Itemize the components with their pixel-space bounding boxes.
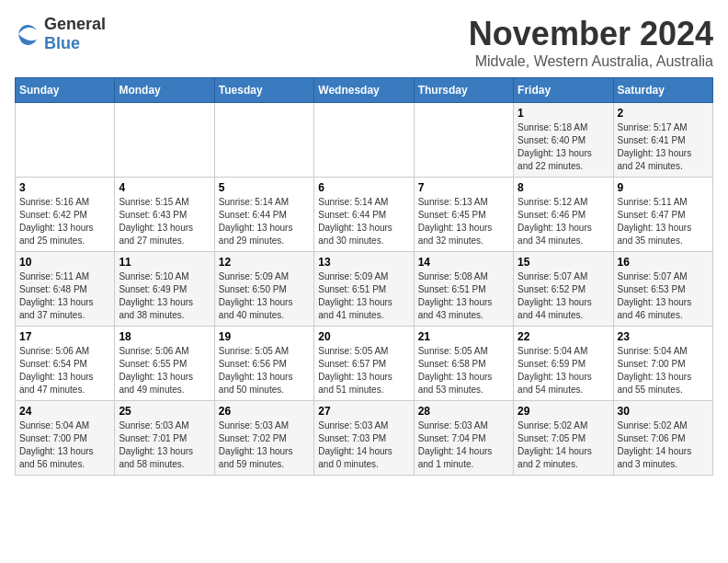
logo: General Blue: [15, 15, 106, 53]
day-info: Sunrise: 5:18 AMSunset: 6:40 PMDaylight:…: [518, 121, 609, 173]
day-info: Sunrise: 5:09 AMSunset: 6:50 PMDaylight:…: [219, 270, 310, 322]
day-number: 11: [119, 256, 210, 269]
day-number: 23: [618, 330, 709, 343]
day-number: 20: [318, 330, 409, 343]
calendar-cell: 17Sunrise: 5:06 AMSunset: 6:54 PMDayligh…: [16, 327, 115, 401]
day-number: 19: [219, 330, 310, 343]
calendar-cell: 22Sunrise: 5:04 AMSunset: 6:59 PMDayligh…: [514, 327, 613, 401]
day-info: Sunrise: 5:07 AMSunset: 6:52 PMDaylight:…: [518, 270, 609, 322]
location-title: Midvale, Western Australia, Australia: [469, 53, 713, 70]
calendar-cell: 6Sunrise: 5:14 AMSunset: 6:44 PMDaylight…: [314, 178, 414, 252]
header-wednesday: Wednesday: [314, 78, 414, 103]
calendar-week-4: 17Sunrise: 5:06 AMSunset: 6:54 PMDayligh…: [16, 327, 713, 401]
calendar-cell: 18Sunrise: 5:06 AMSunset: 6:55 PMDayligh…: [115, 327, 214, 401]
calendar-table: SundayMondayTuesdayWednesdayThursdayFrid…: [15, 77, 713, 476]
day-number: 2: [618, 107, 709, 120]
day-number: 12: [219, 256, 310, 269]
calendar-week-1: 1Sunrise: 5:18 AMSunset: 6:40 PMDaylight…: [16, 103, 713, 178]
day-number: 21: [418, 330, 509, 343]
day-number: 9: [618, 181, 709, 194]
calendar-cell: 1Sunrise: 5:18 AMSunset: 6:40 PMDaylight…: [514, 103, 613, 178]
day-number: 28: [418, 405, 509, 418]
calendar-cell: 11Sunrise: 5:10 AMSunset: 6:49 PMDayligh…: [115, 252, 214, 327]
logo-icon: [15, 21, 40, 47]
day-info: Sunrise: 5:16 AMSunset: 6:42 PMDaylight:…: [19, 196, 110, 247]
day-info: Sunrise: 5:03 AMSunset: 7:04 PMDaylight:…: [418, 419, 509, 471]
day-info: Sunrise: 5:04 AMSunset: 6:59 PMDaylight:…: [518, 345, 609, 396]
day-info: Sunrise: 5:06 AMSunset: 6:55 PMDaylight:…: [119, 345, 210, 396]
calendar-cell: 7Sunrise: 5:13 AMSunset: 6:45 PMDaylight…: [414, 178, 513, 252]
calendar-cell: 12Sunrise: 5:09 AMSunset: 6:50 PMDayligh…: [214, 252, 313, 327]
calendar-cell: 21Sunrise: 5:05 AMSunset: 6:58 PMDayligh…: [414, 327, 513, 401]
calendar-week-3: 10Sunrise: 5:11 AMSunset: 6:48 PMDayligh…: [16, 252, 713, 327]
day-number: 14: [418, 256, 509, 269]
header-monday: Monday: [115, 78, 214, 103]
calendar-cell: [214, 103, 313, 178]
day-info: Sunrise: 5:04 AMSunset: 7:00 PMDaylight:…: [19, 419, 110, 471]
page-header: General Blue November 2024 Midvale, West…: [15, 15, 713, 70]
day-number: 1: [518, 107, 609, 120]
day-number: 24: [19, 405, 110, 418]
calendar-cell: 8Sunrise: 5:12 AMSunset: 6:46 PMDaylight…: [514, 178, 613, 252]
header-friday: Friday: [514, 78, 613, 103]
calendar-cell: 19Sunrise: 5:05 AMSunset: 6:56 PMDayligh…: [214, 327, 313, 401]
header-tuesday: Tuesday: [214, 78, 313, 103]
day-info: Sunrise: 5:11 AMSunset: 6:47 PMDaylight:…: [618, 196, 709, 247]
day-info: Sunrise: 5:03 AMSunset: 7:01 PMDaylight:…: [119, 419, 210, 471]
day-info: Sunrise: 5:07 AMSunset: 6:53 PMDaylight:…: [618, 270, 709, 322]
day-info: Sunrise: 5:02 AMSunset: 7:05 PMDaylight:…: [518, 419, 609, 471]
calendar-week-5: 24Sunrise: 5:04 AMSunset: 7:00 PMDayligh…: [16, 401, 713, 476]
day-number: 30: [618, 405, 709, 418]
calendar-cell: 26Sunrise: 5:03 AMSunset: 7:02 PMDayligh…: [214, 401, 313, 476]
day-number: 17: [19, 330, 110, 343]
calendar-cell: 20Sunrise: 5:05 AMSunset: 6:57 PMDayligh…: [314, 327, 414, 401]
day-info: Sunrise: 5:05 AMSunset: 6:56 PMDaylight:…: [219, 345, 310, 396]
day-number: 29: [518, 405, 609, 418]
calendar-cell: [414, 103, 513, 178]
calendar-cell: 4Sunrise: 5:15 AMSunset: 6:43 PMDaylight…: [115, 178, 214, 252]
day-number: 4: [119, 181, 210, 194]
header-thursday: Thursday: [414, 78, 513, 103]
calendar-cell: 13Sunrise: 5:09 AMSunset: 6:51 PMDayligh…: [314, 252, 414, 327]
calendar-cell: 2Sunrise: 5:17 AMSunset: 6:41 PMDaylight…: [613, 103, 712, 178]
calendar-cell: [16, 103, 115, 178]
calendar-cell: 5Sunrise: 5:14 AMSunset: 6:44 PMDaylight…: [214, 178, 313, 252]
day-info: Sunrise: 5:13 AMSunset: 6:45 PMDaylight:…: [418, 196, 509, 247]
calendar-week-2: 3Sunrise: 5:16 AMSunset: 6:42 PMDaylight…: [16, 178, 713, 252]
day-number: 10: [19, 256, 110, 269]
day-number: 15: [518, 256, 609, 269]
calendar-cell: 30Sunrise: 5:02 AMSunset: 7:06 PMDayligh…: [613, 401, 712, 476]
calendar-cell: 25Sunrise: 5:03 AMSunset: 7:01 PMDayligh…: [115, 401, 214, 476]
calendar-cell: [314, 103, 414, 178]
calendar-header-row: SundayMondayTuesdayWednesdayThursdayFrid…: [16, 78, 713, 103]
calendar-cell: 28Sunrise: 5:03 AMSunset: 7:04 PMDayligh…: [414, 401, 513, 476]
calendar-cell: [115, 103, 214, 178]
day-number: 27: [318, 405, 409, 418]
day-info: Sunrise: 5:02 AMSunset: 7:06 PMDaylight:…: [618, 419, 709, 471]
day-info: Sunrise: 5:04 AMSunset: 7:00 PMDaylight:…: [618, 345, 709, 396]
calendar-cell: 24Sunrise: 5:04 AMSunset: 7:00 PMDayligh…: [16, 401, 115, 476]
day-number: 25: [119, 405, 210, 418]
day-info: Sunrise: 5:03 AMSunset: 7:02 PMDaylight:…: [219, 419, 310, 471]
day-info: Sunrise: 5:08 AMSunset: 6:51 PMDaylight:…: [418, 270, 509, 322]
calendar-cell: 10Sunrise: 5:11 AMSunset: 6:48 PMDayligh…: [16, 252, 115, 327]
day-info: Sunrise: 5:14 AMSunset: 6:44 PMDaylight:…: [318, 196, 409, 247]
day-number: 8: [518, 181, 609, 194]
calendar-cell: 14Sunrise: 5:08 AMSunset: 6:51 PMDayligh…: [414, 252, 513, 327]
day-number: 13: [318, 256, 409, 269]
calendar-cell: 27Sunrise: 5:03 AMSunset: 7:03 PMDayligh…: [314, 401, 414, 476]
day-info: Sunrise: 5:11 AMSunset: 6:48 PMDaylight:…: [19, 270, 110, 322]
month-title: November 2024: [469, 15, 713, 53]
day-number: 5: [219, 181, 310, 194]
day-info: Sunrise: 5:03 AMSunset: 7:03 PMDaylight:…: [318, 419, 409, 471]
day-number: 18: [119, 330, 210, 343]
day-number: 7: [418, 181, 509, 194]
calendar-cell: 15Sunrise: 5:07 AMSunset: 6:52 PMDayligh…: [514, 252, 613, 327]
day-info: Sunrise: 5:09 AMSunset: 6:51 PMDaylight:…: [318, 270, 409, 322]
logo-blue: Blue: [44, 34, 80, 52]
day-info: Sunrise: 5:12 AMSunset: 6:46 PMDaylight:…: [518, 196, 609, 247]
title-area: November 2024 Midvale, Western Australia…: [469, 15, 713, 70]
day-number: 26: [219, 405, 310, 418]
day-info: Sunrise: 5:17 AMSunset: 6:41 PMDaylight:…: [618, 121, 709, 173]
day-info: Sunrise: 5:06 AMSunset: 6:54 PMDaylight:…: [19, 345, 110, 396]
